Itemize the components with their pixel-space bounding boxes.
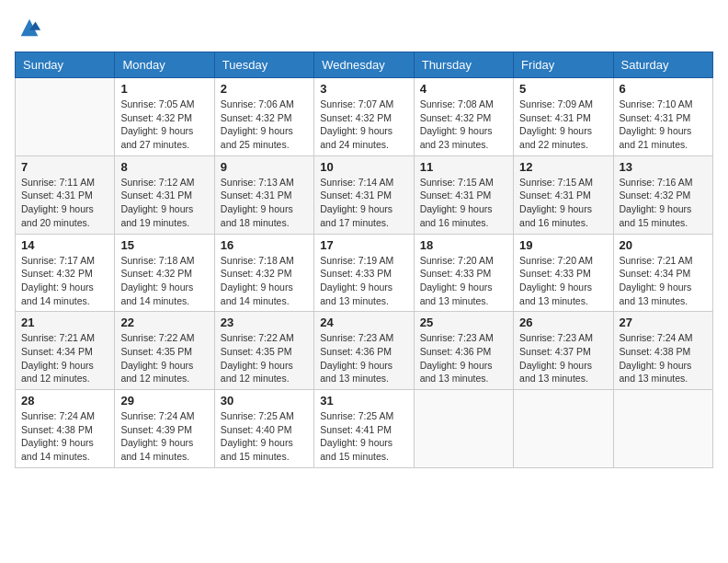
- day-number: 19: [519, 238, 607, 252]
- calendar-day-cell: 23Sunrise: 7:22 AMSunset: 4:35 PMDayligh…: [214, 312, 313, 390]
- calendar-day-cell: 24Sunrise: 7:23 AMSunset: 4:36 PMDayligh…: [314, 312, 414, 390]
- calendar-header-row: SundayMondayTuesdayWednesdayThursdayFrid…: [16, 52, 713, 78]
- calendar-day-cell: 4Sunrise: 7:08 AMSunset: 4:32 PMDaylight…: [414, 78, 513, 156]
- day-number: 31: [320, 394, 407, 408]
- calendar-day-cell: 26Sunrise: 7:23 AMSunset: 4:37 PMDayligh…: [514, 312, 613, 390]
- calendar-day-cell: 14Sunrise: 7:17 AMSunset: 4:32 PMDayligh…: [16, 234, 115, 312]
- calendar-day-cell: 7Sunrise: 7:11 AMSunset: 4:31 PMDaylight…: [16, 155, 115, 234]
- calendar-day-cell: 27Sunrise: 7:24 AMSunset: 4:38 PMDayligh…: [613, 312, 712, 390]
- day-info: Sunrise: 7:24 AMSunset: 4:39 PMDaylight:…: [120, 409, 208, 464]
- day-number: 3: [320, 82, 407, 96]
- day-number: 15: [120, 238, 208, 252]
- day-number: 24: [320, 316, 407, 329]
- calendar-day-cell: 10Sunrise: 7:14 AMSunset: 4:31 PMDayligh…: [314, 155, 414, 234]
- column-header-friday: Friday: [514, 52, 613, 78]
- day-number: 11: [420, 160, 507, 174]
- day-info: Sunrise: 7:11 AMSunset: 4:31 PMDaylight:…: [21, 176, 108, 230]
- day-info: Sunrise: 7:23 AMSunset: 4:37 PMDaylight:…: [519, 331, 607, 385]
- column-header-monday: Monday: [115, 52, 214, 78]
- calendar-day-cell: 29Sunrise: 7:24 AMSunset: 4:39 PMDayligh…: [115, 390, 214, 468]
- calendar-day-cell: 5Sunrise: 7:09 AMSunset: 4:31 PMDaylight…: [514, 78, 613, 156]
- day-info: Sunrise: 7:15 AMSunset: 4:31 PMDaylight:…: [420, 176, 507, 230]
- day-number: 17: [320, 238, 407, 252]
- day-number: 29: [120, 394, 208, 408]
- day-number: 22: [120, 316, 208, 329]
- day-info: Sunrise: 7:25 AMSunset: 4:40 PMDaylight:…: [221, 409, 308, 464]
- day-info: Sunrise: 7:24 AMSunset: 4:38 PMDaylight:…: [620, 331, 707, 385]
- day-info: Sunrise: 7:06 AMSunset: 4:32 PMDaylight:…: [221, 98, 308, 152]
- day-info: Sunrise: 7:25 AMSunset: 4:41 PMDaylight:…: [320, 409, 407, 464]
- calendar-day-cell: 11Sunrise: 7:15 AMSunset: 4:31 PMDayligh…: [414, 155, 513, 234]
- logo: [15, 15, 42, 40]
- calendar-day-cell: 13Sunrise: 7:16 AMSunset: 4:32 PMDayligh…: [613, 155, 712, 234]
- day-info: Sunrise: 7:22 AMSunset: 4:35 PMDaylight:…: [120, 331, 208, 385]
- day-number: 30: [221, 394, 308, 408]
- day-number: 27: [620, 316, 707, 329]
- calendar-week-row: 7Sunrise: 7:11 AMSunset: 4:31 PMDaylight…: [16, 155, 713, 234]
- day-number: 6: [620, 82, 707, 96]
- day-info: Sunrise: 7:16 AMSunset: 4:32 PMDaylight:…: [620, 176, 707, 230]
- column-header-thursday: Thursday: [414, 52, 513, 78]
- calendar-day-cell: [514, 390, 613, 468]
- day-number: 13: [620, 160, 707, 174]
- day-number: 23: [221, 316, 308, 329]
- day-info: Sunrise: 7:20 AMSunset: 4:33 PMDaylight:…: [420, 254, 507, 308]
- day-number: 7: [21, 160, 108, 174]
- calendar-day-cell: 31Sunrise: 7:25 AMSunset: 4:41 PMDayligh…: [314, 390, 414, 468]
- day-info: Sunrise: 7:14 AMSunset: 4:31 PMDaylight:…: [320, 176, 407, 230]
- calendar-day-cell: 30Sunrise: 7:25 AMSunset: 4:40 PMDayligh…: [214, 390, 313, 468]
- day-number: 18: [420, 238, 507, 252]
- day-info: Sunrise: 7:22 AMSunset: 4:35 PMDaylight:…: [221, 331, 308, 385]
- day-info: Sunrise: 7:08 AMSunset: 4:32 PMDaylight:…: [420, 98, 507, 152]
- day-number: 12: [519, 160, 607, 174]
- day-number: 21: [21, 316, 108, 329]
- day-info: Sunrise: 7:21 AMSunset: 4:34 PMDaylight:…: [620, 254, 707, 308]
- calendar-day-cell: 25Sunrise: 7:23 AMSunset: 4:36 PMDayligh…: [414, 312, 513, 390]
- calendar-day-cell: [16, 78, 115, 156]
- day-info: Sunrise: 7:23 AMSunset: 4:36 PMDaylight:…: [420, 331, 507, 385]
- day-info: Sunrise: 7:13 AMSunset: 4:31 PMDaylight:…: [221, 176, 308, 230]
- calendar-day-cell: 6Sunrise: 7:10 AMSunset: 4:31 PMDaylight…: [613, 78, 712, 156]
- column-header-tuesday: Tuesday: [214, 52, 313, 78]
- calendar-day-cell: 12Sunrise: 7:15 AMSunset: 4:31 PMDayligh…: [514, 155, 613, 234]
- day-number: 28: [21, 394, 108, 408]
- day-number: 26: [519, 316, 607, 329]
- day-info: Sunrise: 7:17 AMSunset: 4:32 PMDaylight:…: [21, 254, 108, 308]
- day-info: Sunrise: 7:07 AMSunset: 4:32 PMDaylight:…: [320, 98, 407, 152]
- calendar-day-cell: 21Sunrise: 7:21 AMSunset: 4:34 PMDayligh…: [16, 312, 115, 390]
- calendar-day-cell: 3Sunrise: 7:07 AMSunset: 4:32 PMDaylight…: [314, 78, 414, 156]
- day-info: Sunrise: 7:20 AMSunset: 4:33 PMDaylight:…: [519, 254, 607, 308]
- calendar-day-cell: 8Sunrise: 7:12 AMSunset: 4:31 PMDaylight…: [115, 155, 214, 234]
- day-number: 1: [120, 82, 208, 96]
- day-number: 16: [221, 238, 308, 252]
- day-info: Sunrise: 7:18 AMSunset: 4:32 PMDaylight:…: [120, 254, 208, 308]
- day-number: 10: [320, 160, 407, 174]
- day-info: Sunrise: 7:10 AMSunset: 4:31 PMDaylight:…: [620, 98, 707, 152]
- day-number: 4: [420, 82, 507, 96]
- calendar-day-cell: 15Sunrise: 7:18 AMSunset: 4:32 PMDayligh…: [115, 234, 214, 312]
- calendar-day-cell: 16Sunrise: 7:18 AMSunset: 4:32 PMDayligh…: [214, 234, 313, 312]
- day-number: 20: [620, 238, 707, 252]
- day-info: Sunrise: 7:09 AMSunset: 4:31 PMDaylight:…: [519, 98, 607, 152]
- calendar-day-cell: 9Sunrise: 7:13 AMSunset: 4:31 PMDaylight…: [214, 155, 313, 234]
- day-number: 8: [120, 160, 208, 174]
- day-info: Sunrise: 7:24 AMSunset: 4:38 PMDaylight:…: [21, 409, 108, 464]
- day-number: 14: [21, 238, 108, 252]
- calendar-week-row: 1Sunrise: 7:05 AMSunset: 4:32 PMDaylight…: [16, 78, 713, 156]
- column-header-wednesday: Wednesday: [314, 52, 414, 78]
- day-info: Sunrise: 7:21 AMSunset: 4:34 PMDaylight:…: [21, 331, 108, 385]
- column-header-sunday: Sunday: [16, 52, 115, 78]
- day-number: 2: [221, 82, 308, 96]
- calendar-table: SundayMondayTuesdayWednesdayThursdayFrid…: [15, 52, 713, 468]
- calendar-day-cell: 17Sunrise: 7:19 AMSunset: 4:33 PMDayligh…: [314, 234, 414, 312]
- day-number: 9: [221, 160, 308, 174]
- calendar-day-cell: 20Sunrise: 7:21 AMSunset: 4:34 PMDayligh…: [613, 234, 712, 312]
- calendar-week-row: 28Sunrise: 7:24 AMSunset: 4:38 PMDayligh…: [16, 390, 713, 468]
- day-info: Sunrise: 7:05 AMSunset: 4:32 PMDaylight:…: [120, 98, 208, 152]
- calendar-day-cell: 2Sunrise: 7:06 AMSunset: 4:32 PMDaylight…: [214, 78, 313, 156]
- calendar-day-cell: [613, 390, 712, 468]
- day-info: Sunrise: 7:12 AMSunset: 4:31 PMDaylight:…: [120, 176, 208, 230]
- calendar-day-cell: 28Sunrise: 7:24 AMSunset: 4:38 PMDayligh…: [16, 390, 115, 468]
- calendar-day-cell: 1Sunrise: 7:05 AMSunset: 4:32 PMDaylight…: [115, 78, 214, 156]
- calendar-week-row: 14Sunrise: 7:17 AMSunset: 4:32 PMDayligh…: [16, 234, 713, 312]
